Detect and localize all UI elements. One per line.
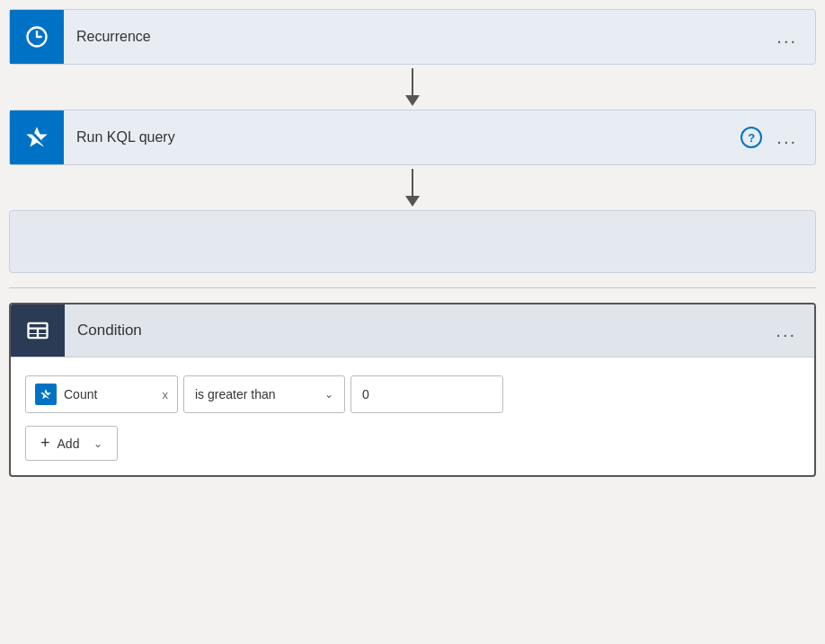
recurrence-title: Recurrence (64, 29, 771, 45)
kql-actions: ? ... (741, 124, 815, 152)
condition-value-text: 0 (362, 387, 369, 401)
condition-icon (11, 304, 65, 357)
condition-body: Count x is greater than ⌄ 0 + Add ⌄ (11, 357, 814, 475)
arrow-connector-2 (405, 165, 420, 210)
add-label: Add (58, 437, 80, 451)
arrow-head-2 (405, 196, 420, 207)
condition-title: Condition (65, 322, 770, 340)
field-icon (35, 384, 57, 405)
kql-step: Run KQL query ? ... (9, 110, 816, 165)
condition-card: Condition ... Count x (9, 303, 816, 477)
arrow-line-2 (412, 169, 413, 196)
condition-header: Condition ... (11, 304, 814, 357)
blank-step (9, 210, 816, 273)
arrow-line-1 (412, 68, 413, 95)
condition-operator-text: is greater than (195, 387, 276, 401)
recurrence-dots-button[interactable]: ... (771, 23, 803, 51)
add-button[interactable]: + Add ⌄ (25, 426, 118, 461)
kql-title: Run KQL query (64, 129, 741, 146)
kql-icon (10, 110, 64, 164)
recurrence-step: Recurrence ... (9, 9, 816, 65)
field-label: Count (64, 387, 150, 401)
condition-dots-button[interactable]: ... (770, 317, 802, 345)
chevron-down-icon: ⌄ (324, 388, 333, 401)
arrow-head-1 (405, 95, 420, 106)
recurrence-actions: ... (771, 23, 815, 51)
add-chevron-icon: ⌄ (93, 437, 102, 450)
condition-field[interactable]: Count x (25, 375, 178, 413)
condition-value-field[interactable]: 0 (350, 375, 503, 413)
field-close-button[interactable]: x (163, 388, 169, 401)
kql-help-button[interactable]: ? (741, 127, 762, 148)
kql-dots-button[interactable]: ... (771, 124, 803, 152)
recurrence-icon (10, 10, 64, 64)
condition-row: Count x is greater than ⌄ 0 (25, 375, 800, 413)
separator (9, 287, 816, 288)
condition-actions: ... (770, 317, 814, 345)
condition-operator-dropdown[interactable]: is greater than ⌄ (183, 375, 345, 413)
add-plus-icon: + (40, 434, 50, 453)
arrow-connector-1 (405, 65, 420, 110)
